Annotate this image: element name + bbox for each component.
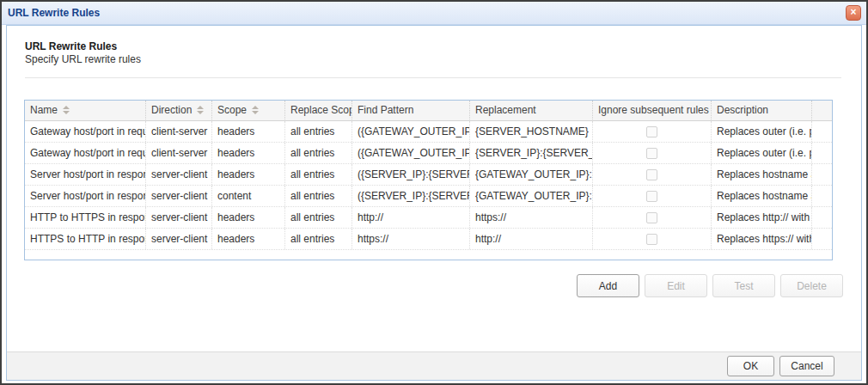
- cell-replace-scope: all entries: [285, 229, 352, 249]
- cell-description: Replaces http:// with: [712, 207, 812, 228]
- cell-scope: headers: [212, 164, 285, 185]
- column-header-description[interactable]: Description: [712, 101, 812, 121]
- edit-button: Edit: [645, 274, 707, 297]
- cell-scope: headers: [212, 229, 285, 249]
- column-header-label: Replacement: [475, 104, 536, 116]
- table-row[interactable]: Gateway host/port in requclient-serverhe…: [25, 121, 832, 143]
- table-row[interactable]: HTTP to HTTPS in resporserver-clienthead…: [25, 207, 832, 229]
- cell-ignore-subsequent: [593, 121, 712, 142]
- sort-icon: [63, 106, 70, 114]
- cell-scope: content: [212, 186, 285, 206]
- cell-gutter: [812, 164, 832, 185]
- sort-icon: [252, 106, 259, 114]
- cell-replacement: http://: [470, 229, 593, 249]
- add-button[interactable]: Add: [577, 274, 639, 297]
- section-subheading: Specify URL rewrite rules: [25, 53, 141, 66]
- cell-direction: server-client: [146, 186, 212, 206]
- table-body: Gateway host/port in requclient-serverhe…: [25, 121, 832, 250]
- cell-find-pattern: https://: [352, 229, 470, 249]
- column-header-direction[interactable]: Direction: [146, 101, 212, 121]
- column-header-label: Find Pattern: [358, 104, 413, 116]
- cell-scope: headers: [212, 207, 285, 228]
- cell-ignore-subsequent: [593, 186, 712, 206]
- cell-scope: headers: [212, 121, 285, 142]
- cell-gutter: [812, 121, 832, 142]
- ignore-subsequent-checkbox[interactable]: [646, 126, 657, 138]
- cell-replacement: {SERVER_IP}:{SERVER_: [470, 143, 593, 163]
- table-header-row: NameDirectionScopeReplace ScopeFind Patt…: [25, 101, 832, 121]
- cell-description: Replaces hostname a: [712, 186, 812, 206]
- ignore-subsequent-checkbox[interactable]: [646, 234, 657, 245]
- test-button: Test: [712, 274, 775, 297]
- column-header-label: Direction: [151, 104, 192, 116]
- cell-description: Replaces outer (i.e. p: [712, 143, 812, 163]
- section-heading: URL Rewrite Rules: [25, 40, 141, 53]
- table-row[interactable]: Server host/port in resporserver-clienth…: [25, 164, 832, 186]
- cell-direction: client-server: [146, 121, 212, 142]
- cell-replace-scope: all entries: [285, 121, 352, 142]
- rules-table: NameDirectionScopeReplace ScopeFind Patt…: [24, 100, 833, 260]
- cell-ignore-subsequent: [593, 143, 712, 163]
- cell-name: Gateway host/port in requ: [25, 121, 146, 142]
- cell-find-pattern: ({GATEWAY_OUTER_IP}: [352, 143, 470, 163]
- close-button[interactable]: ×: [846, 5, 861, 21]
- cell-replace-scope: all entries: [285, 186, 352, 206]
- cell-name: Server host/port in respor: [25, 164, 146, 185]
- close-icon: ×: [850, 6, 856, 18]
- sort-icon: [197, 106, 204, 114]
- column-header-label: Replace Scope: [290, 104, 352, 116]
- cell-ignore-subsequent: [593, 164, 712, 185]
- cell-replace-scope: all entries: [285, 143, 352, 163]
- cell-replacement: {GATEWAY_OUTER_IP}:: [470, 186, 593, 206]
- column-header-replace-scope[interactable]: Replace Scope: [285, 101, 352, 121]
- cell-find-pattern: ({GATEWAY_OUTER_IP}: [352, 121, 470, 142]
- column-header-scope[interactable]: Scope: [212, 101, 285, 121]
- dialog-body-panel: URL Rewrite Rules Specify URL rewrite ru…: [6, 25, 862, 381]
- column-header-label: Name: [30, 104, 58, 116]
- cell-ignore-subsequent: [593, 229, 712, 249]
- cell-replace-scope: all entries: [285, 207, 352, 228]
- section-heading-block: URL Rewrite Rules Specify URL rewrite ru…: [25, 40, 141, 66]
- column-header-gutter: [812, 101, 832, 121]
- column-header-ignore-subsequent[interactable]: Ignore subsequent rules: [593, 101, 712, 121]
- cell-direction: server-client: [146, 207, 212, 228]
- cell-find-pattern: ({SERVER_IP}:{SERVER: [352, 164, 470, 185]
- ok-button[interactable]: OK: [727, 356, 774, 376]
- cancel-button[interactable]: Cancel: [779, 356, 834, 376]
- cell-name: Gateway host/port in requ: [25, 143, 146, 163]
- delete-button: Delete: [780, 274, 843, 297]
- cell-name: Server host/port in respor: [25, 186, 146, 206]
- url-rewrite-rules-dialog: URL Rewrite Rules × URL Rewrite Rules Sp…: [0, 0, 868, 385]
- column-header-find-pattern[interactable]: Find Pattern: [352, 101, 470, 121]
- cell-description: Replaces outer (i.e. p: [712, 121, 812, 142]
- column-header-replacement[interactable]: Replacement: [470, 101, 593, 121]
- ignore-subsequent-checkbox[interactable]: [646, 212, 657, 223]
- column-header-label: Description: [717, 104, 768, 116]
- dialog-footer: OK Cancel: [7, 351, 861, 380]
- cell-direction: server-client: [146, 229, 212, 249]
- column-header-label: Ignore subsequent rules: [598, 104, 709, 116]
- cell-gutter: [812, 229, 832, 249]
- cell-ignore-subsequent: [593, 207, 712, 228]
- cell-gutter: [812, 186, 832, 206]
- column-header-name[interactable]: Name: [25, 101, 146, 121]
- cell-replace-scope: all entries: [285, 164, 352, 185]
- cell-name: HTTP to HTTPS in respor: [25, 207, 146, 228]
- cell-replacement: https://: [470, 207, 593, 228]
- section-divider: [25, 77, 841, 78]
- table-row[interactable]: Server host/port in resporserver-clientc…: [25, 186, 832, 207]
- ignore-subsequent-checkbox[interactable]: [646, 191, 657, 202]
- cell-find-pattern: ({SERVER_IP}:{SERVER: [352, 186, 470, 206]
- cell-direction: client-server: [146, 143, 212, 163]
- cell-replacement: {GATEWAY_OUTER_IP}:: [470, 164, 593, 185]
- cell-gutter: [812, 207, 832, 228]
- dialog-title: URL Rewrite Rules: [8, 7, 100, 19]
- table-row[interactable]: Gateway host/port in requclient-serverhe…: [25, 143, 832, 164]
- cell-description: Replaces hostname a: [712, 164, 812, 185]
- ignore-subsequent-checkbox[interactable]: [646, 148, 657, 159]
- ignore-subsequent-checkbox[interactable]: [646, 169, 657, 180]
- cell-gutter: [812, 143, 832, 163]
- dialog-titlebar: URL Rewrite Rules: [2, 2, 866, 25]
- table-row[interactable]: HTTPS to HTTP in resporserver-clienthead…: [25, 229, 832, 250]
- cell-name: HTTPS to HTTP in respor: [25, 229, 146, 249]
